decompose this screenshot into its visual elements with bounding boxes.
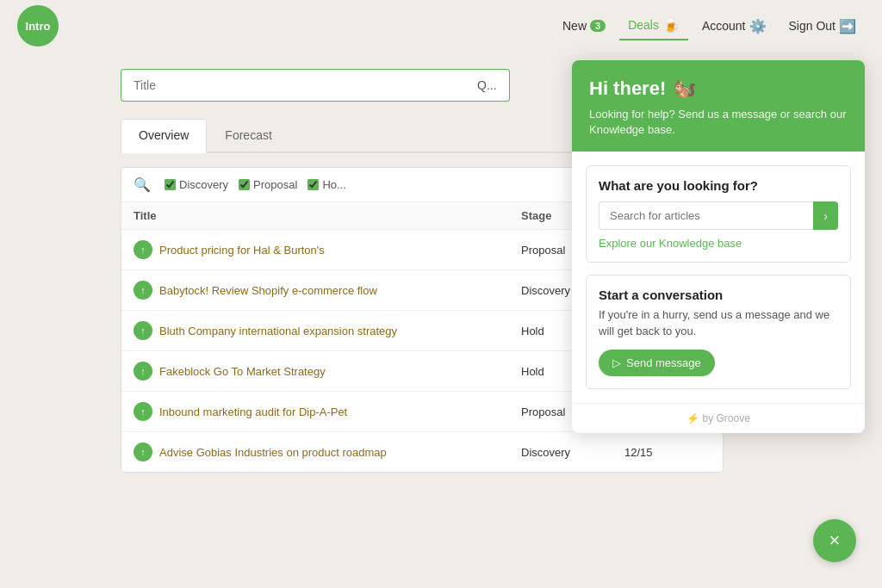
row-title[interactable]: ↑ Babytock! Review Shopify e-commerce fl… xyxy=(134,281,521,300)
up-trend-icon: ↑ xyxy=(134,362,152,381)
lightning-icon: ⚡ xyxy=(686,412,699,424)
widget-conversation-section: Start a conversation If you're in a hurr… xyxy=(586,275,851,388)
logo[interactable]: Intro xyxy=(17,5,59,46)
deals-label: Deals xyxy=(628,18,659,32)
search-button[interactable]: Q... xyxy=(465,69,510,102)
widget-header: Hi there! 🐿️ Looking for help? Send us a… xyxy=(572,60,865,152)
widget-footer: ⚡ by Groove xyxy=(572,403,865,433)
search-arrow-icon: › xyxy=(823,209,828,223)
discovery-label: Discovery xyxy=(179,178,228,191)
widget-search-section: What are you looking for? › Explore our … xyxy=(586,165,851,263)
col-title: Title xyxy=(134,209,521,222)
widget-body: What are you looking for? › Explore our … xyxy=(572,152,865,402)
tab-overview[interactable]: Overview xyxy=(121,119,207,153)
row-close: 12/15 xyxy=(624,446,711,459)
new-badge: 3 xyxy=(590,20,606,32)
widget-search-row: › xyxy=(599,201,838,230)
up-trend-icon: ↑ xyxy=(134,402,152,421)
widget-conv-title: Start a conversation xyxy=(599,288,838,302)
close-icon: × xyxy=(829,529,841,552)
row-title-text: Fakeblock Go To Market Strategy xyxy=(159,365,326,378)
row-title[interactable]: ↑ Inbound marketing audit for Dip-A-Pet xyxy=(134,402,521,421)
widget-subtitle: Looking for help? Send us a message or s… xyxy=(589,107,848,138)
widget-title-text: Hi there! xyxy=(589,77,666,100)
up-trend-icon: ↑ xyxy=(134,240,152,259)
deals-icon: 🍺 xyxy=(662,17,680,34)
row-stage: Discovery xyxy=(521,446,624,459)
row-title-text: Product pricing for Hal & Burton's xyxy=(159,244,325,257)
send-message-button[interactable]: ▷ Send message xyxy=(599,350,715,376)
row-title[interactable]: ↑ Product pricing for Hal & Burton's xyxy=(134,240,521,259)
up-trend-icon: ↑ xyxy=(134,321,152,340)
table-search-icon[interactable]: 🔍 xyxy=(134,176,151,193)
nav-right: New 3 Deals 🍺 Account ⚙️ Sign Out ➡️ xyxy=(554,12,865,40)
hold-checkbox[interactable] xyxy=(307,179,319,190)
gear-icon: ⚙️ xyxy=(749,18,767,34)
account-label: Account xyxy=(702,19,746,33)
signout-icon: ➡️ xyxy=(839,18,856,34)
filter-proposal[interactable]: Proposal xyxy=(239,178,297,191)
help-widget: Hi there! 🐿️ Looking for help? Send us a… xyxy=(572,60,865,433)
top-nav: Intro New 3 Deals 🍺 Account ⚙️ Sign Out … xyxy=(0,0,882,52)
hold-label: Ho... xyxy=(322,178,345,191)
new-label: New xyxy=(562,19,587,33)
discovery-checkbox[interactable] xyxy=(165,179,176,190)
filter-discovery[interactable]: Discovery xyxy=(165,178,228,191)
close-widget-button[interactable]: × xyxy=(813,519,856,562)
row-title-text: Babytock! Review Shopify e-commerce flow xyxy=(159,284,377,297)
row-title-text: Inbound marketing audit for Dip-A-Pet xyxy=(159,405,347,418)
widget-title: Hi there! 🐿️ xyxy=(589,77,848,100)
kb-link[interactable]: Explore our Knowledge base xyxy=(599,237,838,250)
up-trend-icon: ↑ xyxy=(134,281,152,300)
search-input[interactable] xyxy=(121,69,465,102)
nav-new[interactable]: New 3 xyxy=(554,14,614,38)
row-title-text: Advise Gobias Industries on product road… xyxy=(159,446,387,459)
widget-search-label: What are you looking for? xyxy=(599,178,838,193)
widget-conv-desc: If you're in a hurry, send us a message … xyxy=(599,307,838,338)
up-trend-icon: ↑ xyxy=(134,443,152,461)
row-title-text: Bluth Company international expansion st… xyxy=(159,325,397,337)
filter-hold[interactable]: Ho... xyxy=(307,178,345,191)
row-title[interactable]: ↑ Fakeblock Go To Market Strategy xyxy=(134,362,521,381)
widget-emoji: 🐿️ xyxy=(673,77,696,100)
nav-signout[interactable]: Sign Out ➡️ xyxy=(780,13,865,40)
send-icon: ▷ xyxy=(612,356,621,369)
row-title[interactable]: ↑ Advise Gobias Industries on product ro… xyxy=(134,443,521,461)
widget-search-input[interactable] xyxy=(599,201,813,230)
proposal-label: Proposal xyxy=(253,178,297,191)
proposal-checkbox[interactable] xyxy=(239,179,250,190)
table-row: ↑ Advise Gobias Industries on product ro… xyxy=(121,432,723,472)
send-btn-label: Send message xyxy=(626,356,701,369)
row-title[interactable]: ↑ Bluth Company international expansion … xyxy=(134,321,521,340)
footer-text: by Groove xyxy=(702,412,749,424)
signout-label: Sign Out xyxy=(789,19,835,33)
widget-search-button[interactable]: › xyxy=(813,201,838,230)
filter-checkboxes: Discovery Proposal Ho... xyxy=(165,178,346,191)
nav-deals[interactable]: Deals 🍺 xyxy=(619,12,688,40)
tab-forecast[interactable]: Forecast xyxy=(207,119,289,152)
nav-account[interactable]: Account ⚙️ xyxy=(693,13,775,40)
